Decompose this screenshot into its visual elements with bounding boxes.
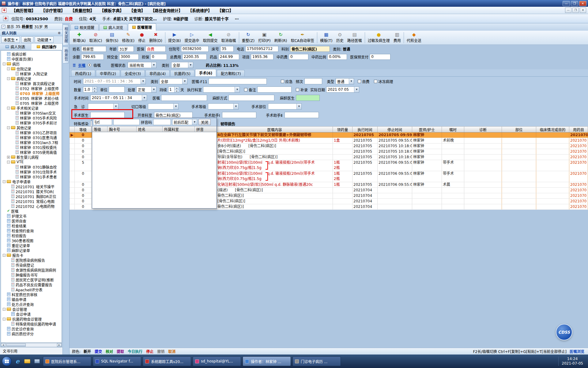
menu-item[interactable]: 【路径查询统计】 <box>148 7 185 13</box>
mdi-minimize-button[interactable]: — <box>565 8 571 13</box>
column-header[interactable]: 临床情况或目的 <box>536 127 569 132</box>
toolbar-button-save[interactable]: ▤保存(S) <box>104 31 120 44</box>
tree-item[interactable]: 检验报告 <box>2 233 62 238</box>
process-select[interactable]: 正常 <box>136 86 156 93</box>
tree-item[interactable]: 特殊使用级抗菌药物申请 <box>2 321 62 326</box>
order-entry-input[interactable] <box>209 78 267 84</box>
expander-icon[interactable]: - <box>3 180 6 183</box>
toolbar-button-submit[interactable]: ▶提交(B) <box>166 31 183 44</box>
chevron-down-icon[interactable] <box>173 104 178 109</box>
sidebar-control-button[interactable]: 功能键▼ <box>35 36 53 43</box>
tree-item[interactable]: 药品不良反应需要报告 <box>2 282 62 287</box>
tree-item[interactable]: 重症记录单 <box>2 243 62 248</box>
remark-input[interactable] <box>257 86 292 93</box>
chevron-down-icon[interactable] <box>233 104 238 109</box>
tree-item[interactable]: 0705_林家钟_术前小结 <box>2 96 62 101</box>
tree-item[interactable]: 传染病登记 <box>2 263 62 267</box>
tree-item[interactable]: 林家钟_0701医患沟通 <box>2 135 62 140</box>
quantity-stepper[interactable]: 1.0▲▼ <box>83 86 97 93</box>
tree-item[interactable]: 肿瘤报告书写 <box>2 272 62 277</box>
tree-item[interactable]: 360患者视图 <box>2 238 62 243</box>
assistant1-input[interactable] <box>222 112 256 118</box>
expander-icon[interactable]: - <box>7 107 10 109</box>
tree-item[interactable]: 林家钟_入院记录 <box>2 71 62 76</box>
expander-icon[interactable]: - <box>3 63 6 65</box>
tree-item[interactable]: 医院感染病例报告 <box>2 258 62 263</box>
tree-item[interactable]: 中医首页(新) <box>2 56 62 61</box>
toolbar-button-cancel[interactable]: ⊘取消(C) <box>88 31 104 44</box>
menu-item[interactable]: 【诊疗管理】 <box>38 7 68 13</box>
self-pay-checkbox[interactable] <box>358 80 361 83</box>
drug-tab-中草药(2)[interactable]: 中草药(2) <box>96 70 120 76</box>
time-input[interactable]: 2021 - 07 - 05 11 : 34 : 36 <box>83 78 146 84</box>
patient-row[interactable]: ✓ 显示 35 杨景哲 31岁 男 <box>0 23 62 30</box>
sidebar-tab-record-ops[interactable]: 病历操作 <box>31 44 62 50</box>
tree-item[interactable]: 输血申请 <box>2 297 62 302</box>
incision-select[interactable] <box>148 103 179 109</box>
admission-no-field[interactable]: 00382500 <box>181 46 209 52</box>
column-header[interactable]: 部位 <box>502 127 536 132</box>
order-dept-input[interactable]: 骨伤二科(病区) <box>154 112 193 118</box>
toolbar-button-cancel-temp[interactable]: ⊘取消临嘱 <box>220 31 238 44</box>
column-header[interactable]: 用药目 <box>569 127 588 132</box>
sidebar-tab-patient-list[interactable]: 病人列表 <box>0 44 31 50</box>
tree-item[interactable]: 林家钟_0705使用高值 <box>2 150 62 155</box>
order-category-select[interactable]: 全部 <box>171 62 193 68</box>
tree-item[interactable]: -电子申请单 <box>2 179 62 184</box>
tree-item[interactable]: 0703_林家钟_上级医师 <box>2 91 62 96</box>
tree-item[interactable]: 历史诊疗查询 <box>2 326 62 331</box>
tree-item[interactable]: 20210702_心电图药物 <box>2 204 62 209</box>
computer-icon[interactable] <box>33 357 41 365</box>
column-header[interactable]: 停止时间 <box>378 127 412 132</box>
tree-item[interactable]: 20210701_膝关节DR( <box>2 189 62 194</box>
chevron-down-icon[interactable] <box>349 79 354 84</box>
exec-dept-select[interactable] <box>203 86 240 93</box>
tree-item[interactable]: 医师自查 <box>2 218 62 223</box>
close-button[interactable]: ✕ <box>579 1 586 6</box>
tree-item[interactable]: 处方点评查询 <box>2 302 62 307</box>
tree-item[interactable]: 检查预约查询 <box>2 228 62 233</box>
column-header[interactable]: 嘱时 <box>442 127 464 132</box>
tree-item[interactable]: 护理文书 <box>2 213 62 218</box>
age-field[interactable]: 31岁 <box>118 46 134 52</box>
menu-item[interactable]: 【窗口】 <box>215 7 236 13</box>
toolbar-button-stop[interactable]: ●停止 <box>136 31 147 44</box>
expander-icon[interactable]: - <box>7 77 10 80</box>
expander-icon[interactable]: + <box>7 156 10 159</box>
toolbar-button-fee[interactable]: ▥费用 <box>392 31 403 44</box>
column-header[interactable]: 医嘱内容 <box>217 127 333 132</box>
popup-name-input[interactable] <box>113 119 140 125</box>
tree-item[interactable]: -抗菌药物会诊管理 <box>2 316 62 321</box>
spinner-icon[interactable]: ▲▼ <box>92 87 97 92</box>
scroll-right-icon[interactable]: ► <box>57 343 62 347</box>
drug-tab-西成药(1)[interactable]: 西成药(1) <box>71 70 95 76</box>
chevron-down-icon[interactable] <box>142 95 147 101</box>
tree-item[interactable]: 食源性疾病病例监测病例 <box>2 267 62 272</box>
expander-icon[interactable]: - <box>7 161 10 163</box>
duration-stepper[interactable]: 1▲▼ <box>168 86 179 93</box>
taskbar-button[interactable]: 操作者：林家钟 ... <box>243 356 291 366</box>
toolbar-button-delete[interactable]: ✖删除(D) <box>147 31 164 44</box>
department-field[interactable]: 骨伤二科(病区) <box>290 46 330 52</box>
name-field[interactable]: 杨景哲 <box>81 46 106 52</box>
surgery-level-select[interactable] <box>208 103 239 109</box>
popup-close-button[interactable]: 关闭 <box>198 119 211 125</box>
total-fee-field[interactable]: 2200.35 <box>182 54 207 60</box>
toolbar-button-template[interactable]: ▦模版(T) <box>318 31 334 44</box>
popup-column-header[interactable]: 拼音 <box>195 126 217 132</box>
column-header[interactable]: 领药量 <box>333 127 352 132</box>
bed-no-field[interactable]: 35 <box>220 46 234 52</box>
toolbar-button-path-order[interactable]: ▤路径医嘱 <box>345 31 364 44</box>
expander-icon[interactable]: - <box>7 126 10 129</box>
pin-icon[interactable]: ⊕ <box>58 31 61 35</box>
taskbar-button[interactable]: 系统跟踪工具v20... <box>143 356 191 366</box>
column-header[interactable]: 等级 <box>75 127 92 132</box>
expander-icon[interactable]: - <box>3 318 6 320</box>
sidebar-control-button[interactable]: 出院 <box>21 36 33 43</box>
toolbar-button-refresh[interactable]: ↻刷新(R) <box>273 31 289 44</box>
phone-field[interactable]: 17505952712 <box>245 46 278 52</box>
tree-item[interactable]: 麻醉记录单 <box>2 248 62 253</box>
toolbar-button-decoct[interactable]: ◆代煎全送 <box>405 31 423 44</box>
tree-item[interactable]: 林家钟_0705手术前讨 <box>2 120 62 125</box>
frozen-checkbox[interactable] <box>374 80 377 83</box>
